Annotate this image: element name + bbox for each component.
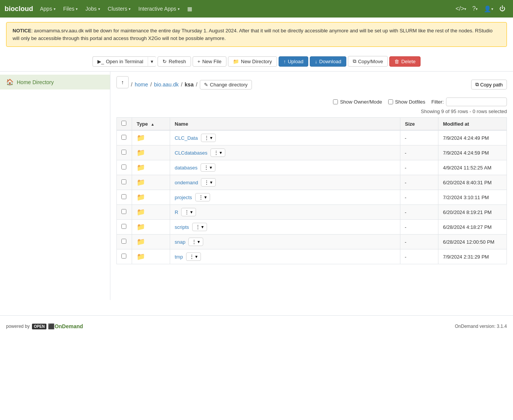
clusters-caret-icon: ▾ bbox=[129, 7, 131, 11]
file-link[interactable]: ondemand bbox=[175, 180, 198, 185]
th-size[interactable]: Size bbox=[400, 118, 438, 131]
file-link[interactable]: CLC_Data bbox=[175, 135, 198, 141]
apps-caret-icon: ▾ bbox=[54, 7, 56, 11]
sidebar-item-home[interactable]: 🏠 Home Directory bbox=[0, 75, 110, 89]
row-modified-cell: 7/9/2024 4:24:49 PM bbox=[438, 130, 507, 145]
dots-icon: ⋮ bbox=[190, 254, 194, 259]
brand-link[interactable]: biocloud bbox=[5, 5, 33, 13]
row-action-button[interactable]: ⋮ ▾ bbox=[186, 252, 201, 261]
file-link[interactable]: CLCdatabases bbox=[175, 150, 207, 156]
file-link[interactable]: tmp bbox=[175, 254, 183, 260]
table-row: 📁 CLC_Data ⋮ ▾ - 7/9/2024 4:24:49 PM bbox=[117, 130, 507, 145]
show-owner-mode-checkbox[interactable] bbox=[333, 99, 338, 104]
row-checkbox-cell[interactable] bbox=[117, 220, 132, 235]
row-checkbox[interactable] bbox=[121, 224, 126, 229]
change-directory-button[interactable]: ✎ Change directory bbox=[200, 80, 252, 89]
nav-item-interactive-apps[interactable]: Interactive Apps ▾ bbox=[134, 0, 183, 18]
show-owner-mode-label[interactable]: Show Owner/Mode bbox=[333, 99, 382, 105]
path-bio-aau-dk[interactable]: bio.aau.dk bbox=[154, 81, 179, 88]
row-name-cell[interactable]: tmp ⋮ ▾ bbox=[170, 249, 400, 264]
rows-info: Showing 9 of 95 rows - 0 rows selected bbox=[116, 109, 507, 114]
row-name-cell[interactable]: CLCdatabases ⋮ ▾ bbox=[170, 145, 400, 160]
path-sep-1: / bbox=[150, 81, 152, 88]
up-directory-button[interactable]: ↑ bbox=[116, 76, 129, 88]
nav-power-button[interactable]: ⏻ bbox=[496, 0, 508, 18]
upload-button[interactable]: ↑ Upload bbox=[279, 56, 309, 67]
sidebar: 🏠 Home Directory bbox=[0, 72, 110, 300]
row-checkbox[interactable] bbox=[121, 135, 126, 140]
file-link[interactable]: databases bbox=[175, 165, 198, 171]
row-checkbox[interactable] bbox=[121, 164, 126, 169]
row-name-cell[interactable]: ondemand ⋮ ▾ bbox=[170, 175, 400, 190]
file-link[interactable]: snap bbox=[175, 239, 185, 245]
row-checkbox[interactable] bbox=[121, 194, 126, 199]
row-checkbox[interactable] bbox=[121, 179, 126, 184]
row-checkbox-cell[interactable] bbox=[117, 190, 132, 205]
dropdown-icon: ▾ bbox=[210, 165, 212, 170]
row-action-button[interactable]: ⋮ ▾ bbox=[188, 238, 203, 246]
nav-item-jobs[interactable]: Jobs ▾ bbox=[81, 0, 104, 18]
up-arrow-icon: ↑ bbox=[121, 79, 124, 85]
nav-code-button[interactable]: </> ▾ bbox=[452, 0, 469, 18]
nav-item-clusters[interactable]: Clusters ▾ bbox=[104, 0, 134, 18]
row-action-button[interactable]: ⋮ ▾ bbox=[192, 223, 207, 231]
user-caret-icon: ▾ bbox=[491, 7, 493, 11]
file-link[interactable]: scripts bbox=[175, 224, 189, 230]
row-checkbox-cell[interactable] bbox=[117, 130, 132, 145]
row-checkbox-cell[interactable] bbox=[117, 160, 132, 175]
file-link[interactable]: R bbox=[175, 209, 178, 215]
nav-user-button[interactable]: 👤 ▾ bbox=[481, 0, 496, 18]
row-checkbox[interactable] bbox=[121, 209, 126, 214]
row-modified-cell: 7/9/2024 4:24:59 PM bbox=[438, 145, 507, 160]
folder-icon: 📁 bbox=[137, 208, 145, 216]
copy-move-button[interactable]: ⧉ Copy/Move bbox=[348, 56, 388, 67]
row-checkbox-cell[interactable] bbox=[117, 235, 132, 249]
row-checkbox-cell[interactable] bbox=[117, 175, 132, 190]
row-checkbox-cell[interactable] bbox=[117, 205, 132, 220]
row-checkbox[interactable] bbox=[121, 150, 126, 155]
download-button[interactable]: ↓ Download bbox=[310, 56, 346, 67]
th-modified[interactable]: Modified at bbox=[438, 118, 507, 131]
show-dotfiles-checkbox[interactable] bbox=[388, 99, 393, 104]
nav-item-apps[interactable]: Apps ▾ bbox=[36, 0, 59, 18]
row-checkbox-cell[interactable] bbox=[117, 249, 132, 264]
new-directory-button[interactable]: 📁 New Directory bbox=[228, 56, 277, 67]
row-action-button[interactable]: ⋮ ▾ bbox=[201, 178, 216, 187]
nav-item-files[interactable]: Files ▾ bbox=[59, 0, 82, 18]
row-action-button[interactable]: ⋮ ▾ bbox=[201, 163, 215, 172]
refresh-button[interactable]: ↻ Refresh bbox=[158, 56, 191, 67]
row-name-cell[interactable]: R ⋮ ▾ bbox=[170, 205, 400, 219]
row-name-cell[interactable]: projects ⋮ ▾ bbox=[170, 190, 400, 204]
row-action-button[interactable]: ⋮ ▾ bbox=[201, 134, 216, 142]
row-name-cell[interactable]: scripts ⋮ ▾ bbox=[170, 220, 400, 234]
row-action-button[interactable]: ⋮ ▾ bbox=[210, 149, 225, 157]
row-action-button[interactable]: ⋮ ▾ bbox=[181, 208, 196, 216]
new-file-button[interactable]: + New File bbox=[193, 56, 226, 67]
row-action-button[interactable]: ⋮ ▾ bbox=[195, 193, 210, 201]
nav-help-button[interactable]: ? ▾ bbox=[469, 0, 481, 18]
th-select-all[interactable] bbox=[117, 118, 132, 131]
row-name-cell[interactable]: databases ⋮ ▾ bbox=[170, 160, 400, 175]
row-name-cell[interactable]: CLC_Data ⋮ ▾ bbox=[170, 131, 400, 145]
dots-icon: ⋮ bbox=[185, 209, 189, 215]
open-terminal-dropdown[interactable]: ▾ bbox=[148, 56, 156, 67]
interactive-apps-caret-icon: ▾ bbox=[178, 7, 180, 11]
show-dotfiles-label[interactable]: Show Dotfiles bbox=[388, 99, 425, 105]
row-checkbox[interactable] bbox=[121, 254, 126, 259]
table-row: 📁 ondemand ⋮ ▾ - 6/20/2024 8:40:31 PM bbox=[117, 175, 507, 190]
select-all-checkbox[interactable] bbox=[121, 121, 126, 126]
filter-input[interactable] bbox=[446, 97, 507, 106]
folder-icon: 📁 bbox=[137, 253, 145, 260]
version-text: OnDemand version: 3.1.4 bbox=[455, 324, 507, 329]
th-name[interactable]: Name bbox=[170, 118, 400, 131]
path-home[interactable]: home bbox=[135, 81, 148, 88]
copy-path-button[interactable]: ⧉ Copy path bbox=[471, 80, 507, 89]
delete-button[interactable]: 🗑 Delete bbox=[389, 56, 421, 67]
row-name-cell[interactable]: snap ⋮ ▾ bbox=[170, 235, 400, 249]
open-terminal-button[interactable]: ▶_ Open in Terminal bbox=[92, 56, 148, 67]
row-checkbox[interactable] bbox=[121, 239, 126, 244]
nav-item-extra[interactable]: ▦ bbox=[183, 0, 196, 18]
row-checkbox-cell[interactable] bbox=[117, 145, 132, 160]
file-link[interactable]: projects bbox=[175, 195, 192, 200]
th-type[interactable]: Type ▲ bbox=[132, 118, 170, 131]
